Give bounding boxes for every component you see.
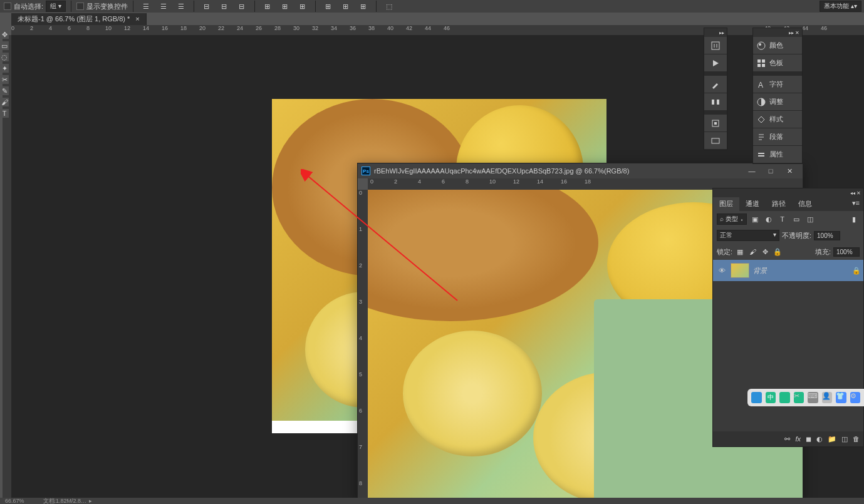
tab-channels[interactable]: 通道 xyxy=(739,197,766,211)
visibility-icon[interactable]: 👁 xyxy=(717,265,727,275)
text-tool-icon[interactable]: T xyxy=(0,109,9,118)
adjustment-layer-icon[interactable]: ◐ xyxy=(816,435,823,443)
scissors-icon[interactable]: ✂ xyxy=(794,392,804,403)
filter-type-icon[interactable]: T xyxy=(777,213,788,225)
minimize-button[interactable]: — xyxy=(742,165,761,177)
document-tab-title: 未标题-1 @ 66.7% (图层 1, RGB/8) * xyxy=(18,15,130,23)
filter-type-select[interactable]: ⌕ 类型 ▾ xyxy=(717,213,747,225)
lock-row: 锁定: ▦ 🖌 ✥ 🔒 填充: 100% xyxy=(713,244,863,260)
crop-tool-icon[interactable]: ✂ xyxy=(0,75,9,84)
adjustments-panel-button[interactable]: 调整 xyxy=(753,93,802,111)
align-left-icon[interactable]: ⊟ xyxy=(199,0,214,13)
distribute-icon[interactable]: ⊞ xyxy=(356,0,371,13)
lock-all-icon[interactable]: 🔒 xyxy=(773,247,783,257)
panel-collapse-icon[interactable]: ▸▸ ✕ xyxy=(753,28,802,37)
layer-style-icon[interactable]: fx xyxy=(795,435,801,443)
auto-select-target[interactable]: 组 ▾ xyxy=(46,1,66,12)
styles-panel-button[interactable]: 样式 xyxy=(753,111,802,128)
layer-name[interactable]: 背景 xyxy=(753,266,848,275)
brush-tool-icon[interactable]: 🖌 xyxy=(0,98,9,106)
distribute-icon[interactable]: ⊞ xyxy=(321,0,336,13)
distribute-icon[interactable]: ⊞ xyxy=(295,0,310,13)
fill-field[interactable]: 100% xyxy=(833,247,860,257)
maximize-button[interactable]: □ xyxy=(761,165,780,177)
filter-toggle-icon[interactable]: ▮ xyxy=(848,213,860,225)
distribute-icon[interactable]: ⊞ xyxy=(338,0,353,13)
properties-panel-button[interactable]: 属性 xyxy=(753,146,802,163)
gear-icon[interactable]: ⚙ xyxy=(850,392,861,403)
move-tool-icon[interactable]: ✥ xyxy=(0,30,9,39)
lock-pixels-icon[interactable]: 🖌 xyxy=(747,247,757,257)
group-icon[interactable]: 📁 xyxy=(828,435,836,443)
align-bot-icon[interactable]: ☰ xyxy=(174,0,189,13)
distribute-icon[interactable]: ⊞ xyxy=(260,0,275,13)
filter-pixel-icon[interactable]: ▣ xyxy=(749,213,761,225)
brush-panel-icon[interactable] xyxy=(704,76,727,93)
svg-rect-18 xyxy=(758,155,764,157)
ruler-horizontal[interactable]: 0246810121416182022242628303234363840424… xyxy=(11,25,864,35)
shirt-icon[interactable]: 👕 xyxy=(836,392,846,403)
workspace-select[interactable]: 基本功能 ▴▾ xyxy=(820,1,861,12)
doc-info-menu-icon[interactable]: ▸ xyxy=(89,498,92,504)
lock-position-icon[interactable]: ✥ xyxy=(760,247,770,257)
eyedropper-tool-icon[interactable]: ✎ xyxy=(0,86,9,95)
layer-thumbnail[interactable] xyxy=(731,263,749,278)
clone-source-icon[interactable] xyxy=(704,115,727,132)
zoom-level[interactable]: 66.67% xyxy=(5,498,24,504)
wand-tool-icon[interactable]: ✦ xyxy=(0,64,9,73)
floating-ruler-vertical[interactable]: 012345678 xyxy=(358,190,368,503)
document-tab[interactable]: 未标题-1 @ 66.7% (图层 1, RGB/8) * × xyxy=(11,13,147,25)
tab-info[interactable]: 信息 xyxy=(792,197,818,211)
layer-row[interactable]: 👁 背景 🔒 xyxy=(713,260,863,281)
filter-shape-icon[interactable]: ▭ xyxy=(791,213,802,225)
tab-paths[interactable]: 路径 xyxy=(766,197,792,211)
workspace-switcher: 基本功能 ▴▾ xyxy=(820,0,861,13)
filter-adjustment-icon[interactable]: ◐ xyxy=(763,213,774,225)
user-icon[interactable]: 👤 xyxy=(822,392,833,403)
show-transform-checkbox[interactable] xyxy=(76,3,84,10)
opacity-field[interactable]: 100% xyxy=(814,231,840,240)
align-hcenter-icon[interactable]: ⊟ xyxy=(217,0,232,13)
close-tab-icon[interactable]: × xyxy=(135,15,139,23)
brush-presets-icon[interactable] xyxy=(704,93,727,111)
align-right-icon[interactable]: ⊟ xyxy=(234,0,249,13)
svg-rect-4 xyxy=(712,100,714,105)
blend-mode-select[interactable]: 正常 ▾ xyxy=(717,230,779,241)
divider xyxy=(71,1,71,12)
floating-titlebar[interactable]: Ps rBEhWIJvEgIIAAAAAAUqacPhc4wAAEfDQEXUp… xyxy=(358,163,803,178)
color-panel-button[interactable]: 颜色 xyxy=(753,37,802,54)
filter-smart-icon[interactable]: ◫ xyxy=(804,213,816,225)
align-top-icon[interactable]: ☰ xyxy=(138,0,154,13)
lock-transparent-icon[interactable]: ▦ xyxy=(735,247,745,257)
ime-mode-icon[interactable] xyxy=(779,392,790,403)
panel-collapse-icon[interactable]: ▸▸ xyxy=(704,28,727,37)
character-panel-button[interactable]: A字符 xyxy=(753,76,802,93)
new-layer-icon[interactable]: ◫ xyxy=(841,435,848,443)
ime-icon[interactable]: 中 xyxy=(766,392,776,403)
link-layers-icon[interactable]: ⚯ xyxy=(784,435,790,443)
close-button[interactable]: ✕ xyxy=(780,165,799,177)
align-mid-icon[interactable]: ☰ xyxy=(156,0,171,13)
paragraph-panel-button[interactable]: 段落 xyxy=(753,128,802,146)
swatches-panel-button[interactable]: 色板 xyxy=(753,54,802,72)
layer-mask-icon[interactable]: ◼ xyxy=(806,435,811,443)
svg-marker-3 xyxy=(713,60,719,66)
marquee-tool-icon[interactable]: ▭ xyxy=(0,41,9,50)
qq-icon[interactable] xyxy=(751,392,762,403)
opacity-label: 不透明度: xyxy=(782,231,811,240)
panel-menu-icon[interactable]: ▾≡ xyxy=(848,197,863,211)
history-panel-icon[interactable] xyxy=(704,37,727,54)
keyboard-icon[interactable]: ⌨ xyxy=(808,392,818,403)
auto-select-checkbox[interactable] xyxy=(4,3,11,10)
actions-panel-icon[interactable] xyxy=(704,54,727,72)
distribute-icon[interactable]: ⊞ xyxy=(278,0,293,13)
panel-tabs: 图层 通道 路径 信息 ▾≡ xyxy=(713,197,863,211)
3d-mode-icon[interactable]: ⬚ xyxy=(382,0,397,13)
navigator-panel-icon[interactable] xyxy=(704,132,727,150)
lock-icon[interactable]: 🔒 xyxy=(852,267,860,274)
lasso-tool-icon[interactable]: ◌ xyxy=(0,53,9,61)
layers-footer: ⚯ fx ◼ ◐ 📁 ◫ 🗑 xyxy=(713,431,863,446)
panel-collapse-icon[interactable]: ◂◂ ✕ xyxy=(713,188,863,197)
delete-layer-icon[interactable]: 🗑 xyxy=(853,435,860,443)
tab-layers[interactable]: 图层 xyxy=(713,197,739,211)
